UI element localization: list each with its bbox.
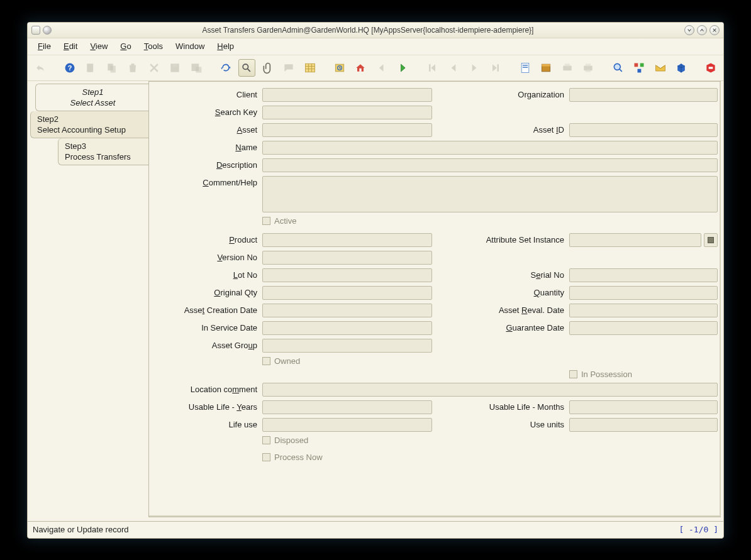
input-organization[interactable] [569, 88, 718, 102]
find-icon[interactable] [238, 59, 255, 77]
label-comment: Comment/Help [153, 176, 260, 187]
input-reval[interactable] [569, 304, 718, 317]
end-icon[interactable] [702, 59, 719, 77]
print-preview-icon[interactable] [559, 59, 576, 77]
input-inservice[interactable] [262, 321, 432, 335]
zoom-across-icon[interactable] [609, 59, 626, 77]
input-serial[interactable] [569, 268, 718, 282]
label-version: Version No [153, 253, 260, 262]
label-life-use: Life use [153, 420, 260, 429]
label-process-now: Process Now [274, 453, 325, 462]
label-origqty: Original Qty [153, 288, 260, 297]
menu-help[interactable]: Help [211, 40, 240, 53]
input-creation[interactable] [262, 304, 432, 317]
delete-icon[interactable] [125, 59, 142, 77]
input-group[interactable] [262, 339, 432, 353]
step1-tab[interactable]: Step1 Select Asset [35, 84, 148, 111]
checkbox-disposed-row[interactable]: Disposed [262, 436, 718, 445]
first-record-icon[interactable] [424, 59, 441, 77]
attachment-icon[interactable] [259, 59, 276, 77]
input-asset-id[interactable] [569, 123, 718, 137]
input-version[interactable] [262, 251, 432, 265]
prev-record-icon[interactable] [445, 59, 462, 77]
window-sticky-icon[interactable] [43, 26, 52, 35]
undo-icon[interactable] [31, 59, 48, 77]
input-search-key[interactable] [262, 106, 432, 119]
next-record-icon[interactable] [466, 59, 483, 77]
label-creation: Asset Creation Date [153, 305, 260, 315]
checkbox-process-now-row[interactable]: Process Now [262, 453, 718, 462]
label-organization: Organization [435, 90, 567, 99]
new-icon[interactable] [82, 59, 99, 77]
checkbox-owned[interactable] [262, 357, 270, 365]
nav-back-icon[interactable] [373, 59, 390, 77]
last-record-icon[interactable] [487, 59, 504, 77]
help-icon[interactable]: ? [61, 59, 78, 77]
save-icon[interactable] [166, 59, 183, 77]
window-menu-icon[interactable] [31, 26, 40, 35]
input-loc-comment[interactable] [262, 383, 718, 397]
checkbox-process-now[interactable] [262, 453, 270, 461]
window-close-button[interactable] [709, 25, 720, 35]
attr-picker-button[interactable] [704, 233, 718, 247]
input-origqty[interactable] [262, 286, 432, 300]
print-icon[interactable] [580, 59, 597, 77]
input-ul-years[interactable] [262, 400, 432, 414]
menu-go[interactable]: Go [114, 40, 137, 53]
checkbox-possession[interactable] [569, 370, 577, 378]
input-attr[interactable] [569, 233, 701, 247]
home-icon[interactable] [352, 59, 369, 77]
input-asset[interactable] [262, 123, 432, 137]
menu-file[interactable]: File [31, 40, 57, 53]
window-title: Asset Transfers GardenAdmin@GardenWorld.… [52, 26, 684, 35]
checkbox-active-row[interactable]: Active [262, 216, 718, 226]
input-life-use[interactable] [262, 418, 432, 432]
menu-edit[interactable]: Edit [57, 40, 84, 53]
history-icon[interactable] [331, 59, 348, 77]
label-quantity: Quantity [435, 288, 567, 297]
input-description[interactable] [262, 158, 718, 172]
menu-view[interactable]: View [84, 40, 114, 53]
product-info-icon[interactable] [672, 59, 689, 77]
label-name: Name [153, 143, 260, 152]
refresh-icon[interactable] [217, 59, 234, 77]
input-lot[interactable] [262, 268, 432, 282]
input-guarantee[interactable] [569, 321, 718, 335]
workflow-icon[interactable] [630, 59, 647, 77]
checkbox-active[interactable] [262, 217, 270, 225]
input-name[interactable] [262, 141, 718, 155]
toolbar: ? [28, 55, 723, 81]
label-search-key: Search Key [153, 107, 260, 117]
copy-icon[interactable] [103, 59, 120, 77]
label-description: Description [153, 160, 260, 170]
status-message: Navigate or Update record [33, 525, 128, 534]
step3-tab[interactable]: Step3 Process Transfers [58, 138, 148, 165]
input-client[interactable] [262, 88, 432, 102]
input-quantity[interactable] [569, 286, 718, 300]
delete-selection-icon[interactable] [145, 59, 162, 77]
request-icon[interactable] [652, 59, 669, 77]
menu-window[interactable]: Window [169, 40, 211, 53]
input-comment[interactable] [262, 176, 718, 212]
nav-forward-icon[interactable] [394, 59, 411, 77]
input-use-units[interactable] [569, 418, 718, 432]
svg-text:?: ? [68, 64, 72, 72]
report-icon[interactable] [516, 59, 533, 77]
step2-tab[interactable]: Step2 Select Accounting Setup [30, 111, 148, 138]
chat-icon[interactable] [280, 59, 297, 77]
input-product[interactable] [262, 233, 432, 247]
window-minimize-button[interactable] [684, 25, 694, 35]
titlebar: Asset Transfers GardenAdmin@GardenWorld.… [28, 23, 723, 38]
archive-icon[interactable] [538, 59, 555, 77]
grid-toggle-icon[interactable] [301, 59, 318, 77]
window-maximize-button[interactable] [697, 25, 707, 35]
label-asset-id: Asset ID [435, 125, 567, 135]
checkbox-owned-row[interactable]: Owned [262, 356, 718, 366]
input-ul-months[interactable] [569, 400, 718, 414]
svg-rect-14 [360, 68, 362, 71]
save-new-icon[interactable] [187, 59, 204, 77]
checkbox-possession-row[interactable]: In Possession [569, 370, 718, 379]
label-inservice: In Service Date [153, 323, 260, 332]
checkbox-disposed[interactable] [262, 436, 270, 444]
menu-tools[interactable]: Tools [138, 40, 169, 53]
